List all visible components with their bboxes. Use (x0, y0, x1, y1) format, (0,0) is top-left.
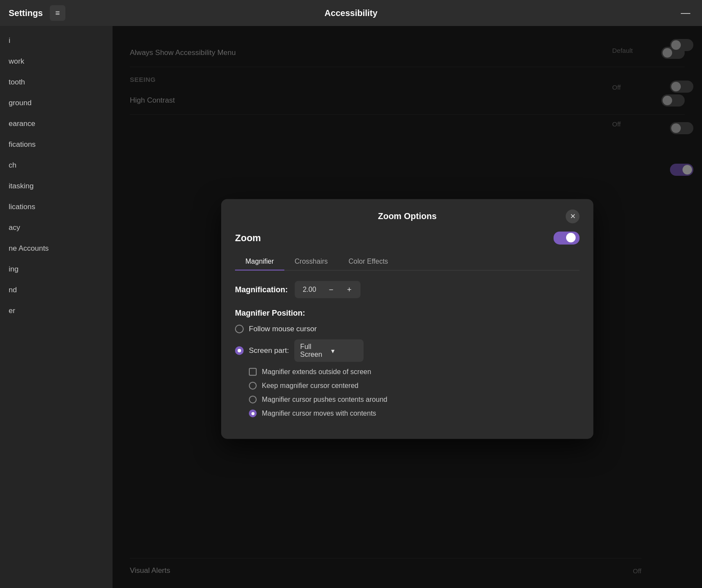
sidebar-item-applications[interactable]: lications (0, 197, 113, 217)
sidebar-item-power[interactable]: er (0, 300, 113, 321)
sidebar-item-appearance[interactable]: earance (0, 113, 113, 134)
sidebar-item-online-accounts[interactable]: ne Accounts (0, 238, 113, 259)
sidebar-item-search[interactable]: ch (0, 155, 113, 176)
dialog-tabs: Magnifier Crosshairs Color Effects (235, 253, 580, 271)
sidebar-item-0[interactable]: i (0, 30, 113, 51)
magnification-increase-button[interactable]: + (343, 284, 355, 296)
tab-crosshairs[interactable]: Crosshairs (284, 253, 338, 271)
zoom-options-dialog: Zoom Options ✕ Zoom Magnifier Crosshairs… (221, 199, 593, 439)
cursor-pushes-label: Magnifier cursor pushes contents around (262, 396, 387, 404)
magnifier-position-label: Magnifier Position: (235, 309, 580, 318)
screen-part-radio[interactable] (235, 346, 244, 355)
dialog-close-button[interactable]: ✕ (566, 209, 580, 223)
sidebar-item-background[interactable]: ground (0, 93, 113, 113)
magnification-value: 2.00 (300, 286, 319, 294)
sidebar-item-sharing[interactable]: ing (0, 259, 113, 280)
sidebar-item-multitasking[interactable]: itasking (0, 176, 113, 197)
content-area: Always Show Accessibility Menu Seeing Hi… (113, 26, 702, 588)
page-title: Accessibility (325, 8, 377, 18)
cursor-moves-with-label: Magnifier cursor moves with contents (262, 410, 376, 417)
magnification-control: 2.00 − + (295, 281, 361, 298)
sidebar: i work tooth ground earance fications ch… (0, 26, 113, 588)
extends-outside-checkbox[interactable] (249, 368, 257, 376)
keep-centered-radio[interactable] (249, 382, 257, 390)
extends-outside-label: Magnifier extends outside of screen (262, 368, 371, 376)
cursor-pushes-radio-row: Magnifier cursor pushes contents around (249, 396, 580, 404)
sidebar-item-bluetooth[interactable]: tooth (0, 72, 113, 93)
magnification-label: Magnification: (235, 285, 288, 294)
dialog-title: Zoom Options (378, 211, 437, 221)
fullscreen-dropdown-value: Full Screen (300, 343, 327, 359)
cursor-moves-with-radio[interactable] (249, 410, 257, 417)
extends-outside-checkbox-row: Magnifier extends outside of screen (249, 368, 580, 376)
sidebar-item-privacy[interactable]: acy (0, 217, 113, 238)
tab-color-effects[interactable]: Color Effects (338, 253, 398, 271)
sidebar-item-sound[interactable]: nd (0, 280, 113, 300)
magnification-decrease-button[interactable]: − (325, 284, 337, 296)
follow-mouse-label: Follow mouse cursor (249, 325, 317, 333)
dropdown-chevron-icon: ▾ (331, 346, 357, 355)
follow-mouse-radio[interactable] (235, 325, 244, 333)
main-layout: i work tooth ground earance fications ch… (0, 26, 702, 588)
zoom-label: Zoom (235, 233, 261, 244)
follow-mouse-radio-row: Follow mouse cursor (235, 325, 580, 333)
window-close-button[interactable]: — (678, 5, 693, 21)
zoom-toggle[interactable] (554, 232, 580, 245)
screen-part-label: Screen part: (249, 346, 289, 355)
tab-magnifier[interactable]: Magnifier (235, 253, 284, 271)
menu-button[interactable]: ≡ (50, 5, 65, 21)
sidebar-item-notifications[interactable]: fications (0, 134, 113, 155)
header-bar: Settings ≡ Accessibility — (0, 0, 702, 26)
zoom-row: Zoom (235, 232, 580, 245)
dialog-header: Zoom Options ✕ (235, 211, 580, 221)
sidebar-item-1[interactable]: work (0, 51, 113, 72)
keep-centered-label: Keep magnifier cursor centered (262, 382, 358, 390)
magnification-row: Magnification: 2.00 − + (235, 281, 580, 298)
settings-title: Settings (9, 8, 43, 18)
keep-centered-radio-row: Keep magnifier cursor centered (249, 382, 580, 390)
fullscreen-dropdown[interactable]: Full Screen ▾ (294, 339, 364, 362)
cursor-pushes-radio[interactable] (249, 396, 257, 404)
cursor-moves-with-radio-row: Magnifier cursor moves with contents (249, 410, 580, 417)
screen-part-radio-row: Screen part: Full Screen ▾ (235, 339, 580, 362)
